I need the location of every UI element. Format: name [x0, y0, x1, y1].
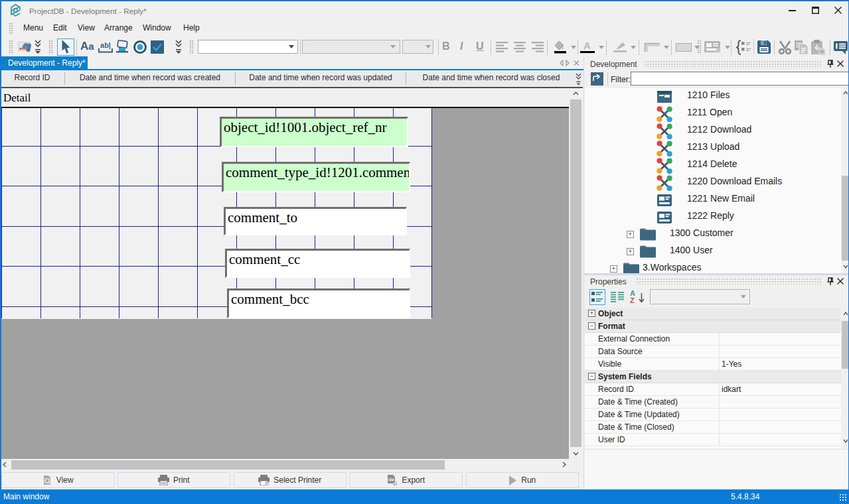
svg-text:EXP: EXP: [389, 478, 394, 481]
